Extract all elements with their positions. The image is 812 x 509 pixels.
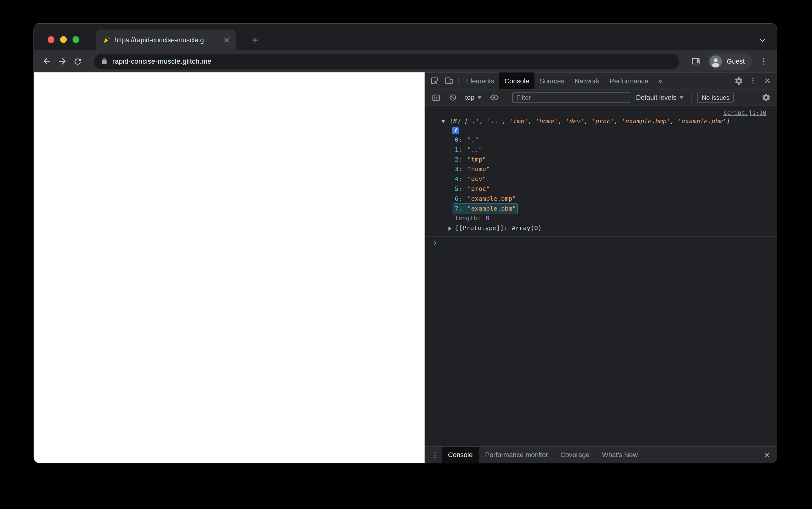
prototype-label: [[Prototype]]: [455, 225, 507, 232]
live-expression-eye-icon[interactable] [487, 91, 501, 104]
page-viewport [34, 72, 425, 463]
drawer-menu-kebab-icon[interactable] [428, 448, 442, 462]
devtools-tab[interactable]: Performance [604, 72, 653, 89]
devtools-tab[interactable]: Console [499, 72, 534, 89]
array-entries: 0:"." 1:".." 2:"tmp" [425, 135, 777, 214]
minimize-window-button[interactable] [60, 36, 67, 43]
new-tab-button[interactable] [248, 33, 261, 47]
console-sidebar-toggle-icon[interactable] [429, 91, 443, 104]
clear-console-icon[interactable] [446, 91, 460, 104]
devtools-menu-kebab-icon[interactable] [746, 74, 760, 88]
prototype-row: [[Prototype]]:Array(0) [425, 223, 777, 233]
url-text: rapid-concise-muscle.glitch.me [112, 58, 211, 65]
profile-name: Guest [727, 58, 745, 65]
reload-button[interactable] [71, 55, 85, 68]
entry-value: "dev" [467, 175, 486, 182]
length-label: length: [455, 215, 481, 222]
issues-badge[interactable]: No Issues [697, 92, 734, 103]
back-button[interactable] [40, 55, 54, 68]
drawer-tab[interactable]: Console [442, 447, 479, 463]
entry-index: 1: [455, 146, 462, 153]
length-row: length:8 [425, 214, 777, 224]
info-icon: i [452, 127, 459, 134]
tab-close-icon[interactable] [221, 35, 231, 45]
info-row: i [425, 126, 777, 135]
console-message: script.js:10 (8) ['.', '..', 'tmp', 'hom… [425, 106, 777, 237]
expand-triangle-icon[interactable] [448, 227, 451, 230]
entry-index: 6: [455, 195, 462, 202]
devtools-tab[interactable]: Elements [461, 72, 499, 89]
entry-index: 2: [455, 156, 462, 163]
tab-strip: https://rapid-concise-muscle.g [34, 23, 777, 50]
array-entry-row: 0:"." [425, 135, 777, 145]
drawer-tab[interactable]: What's New [596, 447, 644, 463]
device-toolbar-icon[interactable] [442, 74, 457, 88]
entry-value: "home" [467, 166, 490, 173]
chevron-down-icon [477, 96, 481, 99]
entry-value: "tmp" [467, 156, 486, 163]
browser-menu-kebab-icon[interactable] [757, 55, 771, 68]
array-entry-row: 4:"dev" [425, 174, 777, 184]
console-prompt[interactable] [425, 237, 777, 249]
array-entry-row: 5:"proc" [425, 184, 777, 194]
filter-input[interactable] [512, 92, 630, 103]
entry-index: 3: [455, 166, 462, 173]
browser-tab[interactable]: https://rapid-concise-muscle.g [96, 29, 236, 50]
devtools-close-icon[interactable] [760, 74, 775, 88]
drawer-close-icon[interactable] [760, 448, 774, 462]
entry-value: "." [467, 136, 478, 143]
forward-button[interactable] [55, 55, 69, 68]
inspect-element-icon[interactable] [427, 74, 442, 88]
zoom-window-button[interactable] [72, 36, 79, 43]
close-window-button[interactable] [48, 36, 55, 43]
devtools-panel: Elements Console Sources Network Perform… [425, 72, 777, 463]
entry-index: 0: [455, 136, 462, 143]
array-entry-row: 2:"tmp" [425, 155, 777, 165]
console-output[interactable]: script.js:10 (8) ['.', '..', 'tmp', 'hom… [425, 106, 777, 446]
devtools-drawer: Console Performance monitor Coverage Wha… [425, 446, 777, 463]
devtools-tabs: Elements Console Sources Network Perform… [461, 72, 654, 89]
devtools-tab[interactable]: Sources [534, 72, 569, 89]
browser-toolbar: rapid-concise-muscle.glitch.me Guest [34, 50, 777, 72]
entry-value: ".." [467, 146, 482, 153]
drawer-tabs: Console Performance monitor Coverage Wha… [442, 447, 644, 463]
array-entry-row: 1:".." [425, 145, 777, 155]
devtools-tabbar-actions [731, 72, 777, 89]
settings-gear-icon[interactable] [731, 74, 746, 88]
divider [691, 93, 692, 102]
collapse-triangle-icon[interactable] [441, 120, 445, 123]
log-levels-value: Default levels [636, 94, 677, 101]
entry-value: "example.bmp" [467, 195, 516, 202]
length-value: 8 [486, 215, 489, 222]
browser-window: https://rapid-concise-muscle.g [34, 23, 777, 463]
entry-value: "proc" [467, 185, 490, 193]
log-levels-dropdown[interactable]: Default levels [633, 94, 686, 101]
screen: https://rapid-concise-muscle.g [0, 0, 812, 509]
drawer-tab[interactable]: Performance monitor [479, 447, 554, 463]
array-entry-row: 7:"example.pbm" [425, 204, 777, 214]
array-preview-row: (8) ['.', '..', 'tmp', 'home', 'dev', 'p… [425, 116, 777, 126]
divider [458, 77, 459, 85]
drawer-tab[interactable]: Coverage [554, 447, 596, 463]
entry-index: 5: [455, 185, 462, 193]
console-toolbar: top Default levels No Issues [425, 90, 777, 106]
side-panel-button[interactable] [689, 55, 702, 68]
source-link[interactable]: script.js:10 [723, 109, 766, 116]
window-controls [48, 36, 79, 43]
entry-index: 4: [455, 175, 462, 182]
context-selector-value: top [465, 94, 474, 101]
tab-search-chevron-icon[interactable] [755, 33, 769, 47]
console-settings-gear-icon[interactable] [759, 91, 773, 104]
more-tabs-chevron[interactable]: » [653, 72, 667, 89]
window-content: Elements Console Sources Network Perform… [34, 72, 777, 463]
lock-icon[interactable] [101, 58, 108, 65]
devtools-tab[interactable]: Network [569, 72, 604, 89]
context-selector-dropdown[interactable]: top [463, 94, 484, 101]
profile-button[interactable]: Guest [708, 53, 752, 70]
array-preview: (8) ['.', '..', 'tmp', 'home', 'dev', 'p… [449, 117, 730, 125]
entry-index: 7: [455, 205, 462, 212]
address-bar[interactable]: rapid-concise-muscle.glitch.me [94, 54, 680, 69]
entry-value: "example.pbm" [467, 205, 516, 212]
prototype-value: Array(0) [512, 225, 542, 232]
devtools-tabbar: Elements Console Sources Network Perform… [425, 72, 777, 89]
